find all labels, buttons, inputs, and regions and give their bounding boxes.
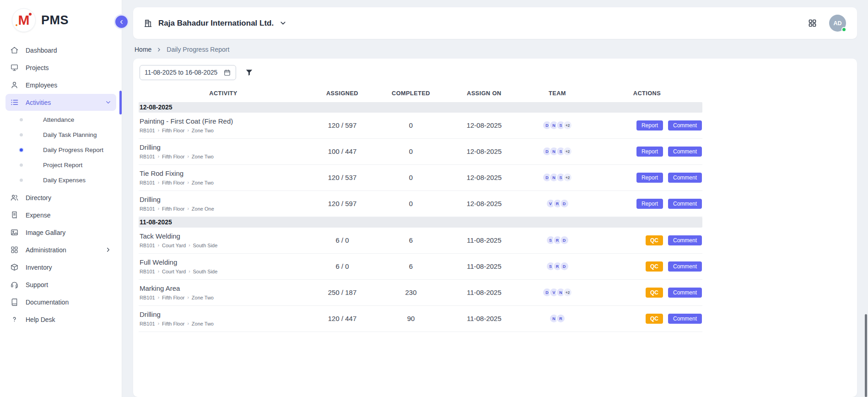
activities-submenu: Attendance Daily Task Planning Daily Pro… [0,111,122,189]
team-avatar: R [556,314,566,323]
path-segment: Fifth Floor [162,295,185,300]
completed-cell: 230 [377,288,445,296]
sidebar-item-label: Help Desk [26,316,55,323]
activity-cell: Painting - First Coat (Fire Red)RB101›Fi… [139,117,308,133]
sidebar-subitem-daily-progress-report[interactable]: Daily Progress Report [0,142,122,158]
activity-path: RB101›Fifth Floor›Zone Two [140,128,308,133]
activity-path: RB101›Fifth Floor›Zone Two [140,295,308,300]
activity-title: Marking Area [140,284,308,292]
date-range-field[interactable] [140,65,236,80]
activity-path: RB101›Fifth Floor›Zone One [140,206,308,212]
assigned-cell: 250 / 187 [308,288,377,296]
sidebar-item-inventory[interactable]: Inventory [5,259,116,276]
qc-button[interactable]: QC [646,235,663,245]
comment-button[interactable]: Comment [668,173,702,183]
sidebar-subitem-label: Project Report [43,162,82,169]
report-button[interactable]: Report [636,147,663,157]
path-segment: RB101 [140,269,155,274]
sidebar-subitem-daily-expenses[interactable]: Daily Expenses [0,173,122,188]
report-button[interactable]: Report [636,120,663,131]
user-avatar[interactable]: AD [829,15,846,32]
chevron-right-icon [156,47,162,53]
sidebar-item-employees[interactable]: Employees [5,76,116,93]
date-group-header: 12-08-2025 [139,102,702,113]
projects-icon [10,63,19,72]
box-icon [10,263,19,272]
actions-cell: ReportComment [592,173,702,183]
activity-cell: Marking AreaRB101›Fifth Floor›Zone Two [139,284,308,300]
sidebar-item-support[interactable]: Support [5,276,116,293]
activity-path: RB101›Fifth Floor›Zone Two [140,180,308,185]
breadcrumb-home[interactable]: Home [135,46,151,53]
table-row: Full WeldingRB101›Court Yard›South Side6… [139,254,702,280]
qc-button[interactable]: QC [646,261,663,272]
sidebar-menu: Dashboard Projects Employees Activities … [0,38,122,328]
report-button[interactable]: Report [636,199,663,209]
column-activity: ACTIVITY [139,90,308,97]
path-segment: RB101 [140,128,155,133]
comment-button[interactable]: Comment [668,261,702,272]
activity-title: Drilling [140,310,308,318]
chevron-right-icon: › [158,128,159,133]
sidebar-item-label: Documentation [26,299,69,306]
path-segment: Fifth Floor [162,321,185,326]
sidebar-subitem-label: Daily Expenses [43,177,86,184]
activity-cell: DrillingRB101›Fifth Floor›Zone Two [139,143,308,159]
topbar-right: AD [808,15,846,32]
bullet-dot-icon [20,133,23,136]
sidebar-item-documentation[interactable]: Documentation [5,294,116,310]
column-completed: COMPLETED [377,90,445,97]
sidebar-subitem-project-report[interactable]: Project Report [0,158,122,173]
completed-cell: 0 [377,200,445,207]
logo-icon: M [12,8,36,32]
team-extra-badge: +2 [563,173,572,182]
comment-button[interactable]: Comment [668,147,702,157]
path-segment: South Side [193,269,218,274]
date-range-input[interactable] [145,69,221,76]
activity-cell: DrillingRB101›Fifth Floor›Zone One [139,196,308,212]
comment-button[interactable]: Comment [668,314,702,324]
path-segment: RB101 [140,295,155,300]
sidebar-subitem-daily-task-planning[interactable]: Daily Task Planning [0,127,122,142]
path-segment: RB101 [140,243,155,248]
sidebar-item-image-gallery[interactable]: Image Gallary [5,224,116,241]
qc-button[interactable]: QC [646,314,663,324]
sidebar-item-administration[interactable]: Administration [5,241,116,258]
sidebar-item-directory[interactable]: Directory [5,189,116,206]
bullet-dot-icon [20,118,23,121]
sidebar-item-help-desk[interactable]: Help Desk [5,311,116,328]
sidebar-item-dashboard[interactable]: Dashboard [5,42,116,59]
filter-icon[interactable] [245,68,253,77]
sidebar-collapse-button[interactable] [115,16,128,28]
assign-on-cell: 11-08-2025 [445,262,523,270]
completed-cell: 0 [377,147,445,155]
table-row: Tack WeldingRB101›Court Yard›South Side6… [139,228,702,254]
chevron-right-icon: › [158,154,159,159]
scrollbar-thumb[interactable] [865,314,867,397]
company-selector[interactable]: Raja Bahadur International Ltd. [143,18,287,28]
path-segment: Fifth Floor [162,128,185,133]
activity-cell: DrillingRB101›Fifth Floor›Zone Two [139,310,308,326]
sidebar-item-expense[interactable]: Expense [5,207,116,223]
bullet-dot-icon [20,148,23,152]
comment-button[interactable]: Comment [668,288,702,298]
chevron-right-icon: › [158,243,159,248]
comment-button[interactable]: Comment [668,199,702,209]
comment-button[interactable]: Comment [668,120,702,131]
report-button[interactable]: Report [636,173,663,183]
apps-grid-icon[interactable] [808,18,817,28]
qc-button[interactable]: QC [646,288,663,298]
sidebar-item-activities[interactable]: Activities [5,94,116,111]
image-icon [10,228,19,237]
calendar-icon[interactable] [223,69,231,76]
assign-on-cell: 11-08-2025 [445,288,523,296]
topbar: Raja Bahadur International Ltd. AD [133,7,857,39]
question-icon [10,315,19,324]
path-segment: Fifth Floor [162,154,185,159]
comment-button[interactable]: Comment [668,235,702,245]
headset-icon [10,280,19,289]
path-segment: Zone Two [192,154,214,159]
sidebar-item-label: Image Gallary [26,229,65,236]
sidebar-subitem-attendance[interactable]: Attendance [0,112,122,127]
sidebar-item-projects[interactable]: Projects [5,59,116,76]
